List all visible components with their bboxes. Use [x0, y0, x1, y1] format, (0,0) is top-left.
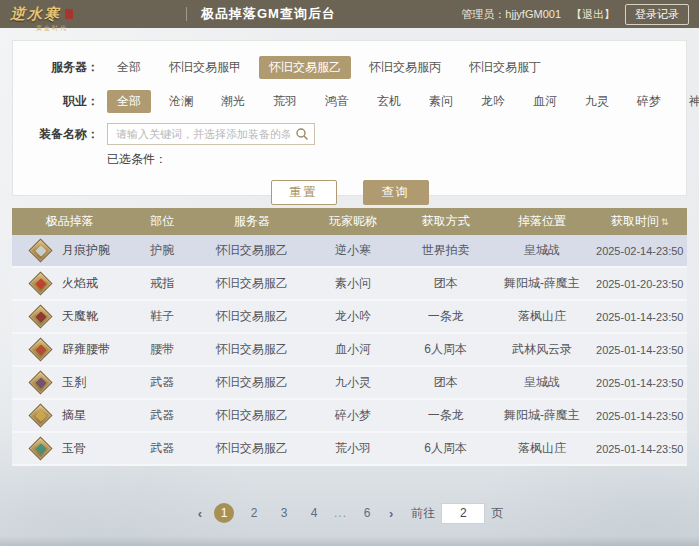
page-ellipsis: ... — [334, 506, 347, 520]
item-icon — [28, 304, 54, 330]
item-part: 鞋子 — [127, 308, 198, 325]
class-chip-huangyu[interactable]: 荒羽 — [263, 90, 307, 113]
col-header-item: 极品掉落 — [12, 213, 127, 230]
admin-label: 管理员：hjjyfGM001 — [461, 7, 561, 22]
item-server: 怀旧交易服乙 — [198, 407, 306, 424]
page-button-3[interactable]: 3 — [274, 503, 294, 523]
class-chip-chaoguang[interactable]: 潮光 — [211, 90, 255, 113]
col-header-location: 掉落位置 — [491, 213, 592, 230]
drop-location: 舞阳城-薛魔主 — [491, 407, 592, 424]
player-nickname: 九小灵 — [306, 374, 401, 391]
server-chip-ding[interactable]: 怀旧交易服丁 — [459, 56, 551, 79]
equip-name-label: 装备名称： — [31, 126, 99, 143]
table-row[interactable]: 月痕护腕 护腕 怀旧交易服乙 逆小寒 世界拍卖 皇城战 2025-02-14-2… — [12, 235, 687, 268]
server-chip-bing[interactable]: 怀旧交易服丙 — [359, 56, 451, 79]
table-row[interactable]: 摘星 武器 怀旧交易服乙 碎小梦 一条龙 舞阳城-薛魔主 2025-01-14-… — [12, 400, 687, 433]
table-header-row: 极品掉落 部位 服务器 玩家昵称 获取方式 掉落位置 获取时间⇅ — [12, 208, 687, 235]
table-row[interactable]: 火焰戒 戒指 怀旧交易服乙 素小问 团本 舞阳城-薛魔主 2025-01-20-… — [12, 268, 687, 301]
item-server: 怀旧交易服乙 — [198, 242, 306, 259]
page-button-2[interactable]: 2 — [244, 503, 264, 523]
item-server: 怀旧交易服乙 — [198, 374, 306, 391]
drops-table: 极品掉落 部位 服务器 玩家昵称 获取方式 掉落位置 获取时间⇅ 月痕护腕 护腕… — [12, 208, 687, 466]
obtain-time: 2025-01-14-23:50 — [593, 377, 688, 389]
equip-search-input[interactable] — [107, 123, 315, 145]
obtain-time: 2025-01-14-23:50 — [593, 410, 688, 422]
obtain-method: 一条龙 — [400, 308, 491, 325]
item-icon — [28, 337, 54, 363]
goto-page-suffix: 页 — [491, 505, 503, 522]
item-name: 玉骨 — [62, 440, 86, 457]
item-server: 怀旧交易服乙 — [198, 308, 306, 325]
col-header-time-sortable[interactable]: 获取时间⇅ — [593, 213, 688, 230]
obtain-method: 一条龙 — [400, 407, 491, 424]
goto-label: 前往 — [411, 505, 435, 522]
item-server: 怀旧交易服乙 — [198, 275, 306, 292]
item-server: 怀旧交易服乙 — [198, 341, 306, 358]
prev-page-icon[interactable]: ‹ — [196, 506, 204, 521]
obtain-time: 2025-01-14-23:50 — [593, 443, 688, 455]
drop-location: 落枫山庄 — [491, 440, 592, 457]
server-chip-yi-selected[interactable]: 怀旧交易服乙 — [259, 56, 351, 79]
table-row[interactable]: 玉骨 武器 怀旧交易服乙 荒小羽 6人周本 落枫山庄 2025-01-14-23… — [12, 433, 687, 466]
item-part: 武器 — [127, 407, 198, 424]
item-name: 辟雍腰带 — [62, 341, 110, 358]
col-header-part: 部位 — [127, 213, 198, 230]
obtain-method: 6人周本 — [400, 341, 491, 358]
server-chip-jia[interactable]: 怀旧交易服甲 — [159, 56, 251, 79]
item-icon — [28, 271, 54, 297]
col-header-time-label: 获取时间 — [611, 214, 659, 228]
selected-conditions-label: 已选条件： — [107, 151, 167, 168]
login-records-button[interactable]: 登录记录 — [625, 4, 689, 25]
item-icon — [28, 403, 54, 429]
logo-seal-icon — [65, 9, 73, 19]
item-icon — [28, 436, 54, 462]
col-header-player: 玩家昵称 — [306, 213, 401, 230]
item-icon — [28, 238, 54, 264]
page-button-4[interactable]: 4 — [304, 503, 324, 523]
top-bar: 逆水寒 黄金时代 极品掉落GM查询后台 管理员：hjjyfGM001 【退出】 … — [0, 0, 699, 28]
table-row[interactable]: 辟雍腰带 腰带 怀旧交易服乙 血小河 6人周本 武林风云录 2025-01-14… — [12, 334, 687, 367]
item-part: 武器 — [127, 374, 198, 391]
class-chip-suimeng[interactable]: 碎梦 — [627, 90, 671, 113]
item-part: 戒指 — [127, 275, 198, 292]
background-texture — [0, 536, 699, 546]
table-row[interactable]: 天魔靴 鞋子 怀旧交易服乙 龙小吟 一条龙 落枫山庄 2025-01-14-23… — [12, 301, 687, 334]
class-chip-all-selected[interactable]: 全部 — [107, 90, 151, 113]
col-header-server: 服务器 — [198, 213, 306, 230]
item-part: 武器 — [127, 440, 198, 457]
class-filter-label: 职业： — [31, 93, 99, 110]
filter-panel: 服务器： 全部 怀旧交易服甲 怀旧交易服乙 怀旧交易服丙 怀旧交易服丁 职业： … — [12, 40, 687, 196]
item-name: 摘星 — [62, 407, 86, 424]
server-filter-label: 服务器： — [31, 59, 99, 76]
class-chip-longyin[interactable]: 龙吟 — [471, 90, 515, 113]
item-name: 天魔靴 — [62, 308, 98, 325]
sort-icon[interactable]: ⇅ — [661, 217, 669, 227]
class-chip-hongyin[interactable]: 鸿音 — [315, 90, 359, 113]
page-button-6[interactable]: 6 — [357, 503, 377, 523]
item-name: 玉刹 — [62, 374, 86, 391]
class-chip-suwen[interactable]: 素问 — [419, 90, 463, 113]
drop-location: 舞阳城-薛魔主 — [491, 275, 592, 292]
class-chip-shenxiang[interactable]: 神相 — [679, 90, 699, 113]
drop-location: 落枫山庄 — [491, 308, 592, 325]
obtain-method: 团本 — [400, 374, 491, 391]
reset-button[interactable]: 重置 — [271, 180, 337, 205]
item-name: 火焰戒 — [62, 275, 98, 292]
class-chip-jiuling[interactable]: 九灵 — [575, 90, 619, 113]
class-chip-canglan[interactable]: 沧澜 — [159, 90, 203, 113]
logo-subtext: 黄金时代 — [36, 24, 68, 33]
logout-link[interactable]: 【退出】 — [571, 7, 615, 22]
class-chip-xuanji[interactable]: 玄机 — [367, 90, 411, 113]
obtain-time: 2025-02-14-23:50 — [593, 245, 688, 257]
query-button[interactable]: 查询 — [363, 180, 429, 205]
class-chip-xuehe[interactable]: 血河 — [523, 90, 567, 113]
player-nickname: 碎小梦 — [306, 407, 401, 424]
goto-page-input[interactable] — [441, 503, 485, 524]
page-button-1[interactable]: 1 — [214, 503, 234, 523]
server-chip-all[interactable]: 全部 — [107, 56, 151, 79]
obtain-time: 2025-01-14-23:50 — [593, 344, 688, 356]
item-part: 腰带 — [127, 341, 198, 358]
next-page-icon[interactable]: › — [387, 506, 395, 521]
obtain-time: 2025-01-14-23:50 — [593, 311, 688, 323]
table-row[interactable]: 玉刹 武器 怀旧交易服乙 九小灵 团本 皇城战 2025-01-14-23:50 — [12, 367, 687, 400]
